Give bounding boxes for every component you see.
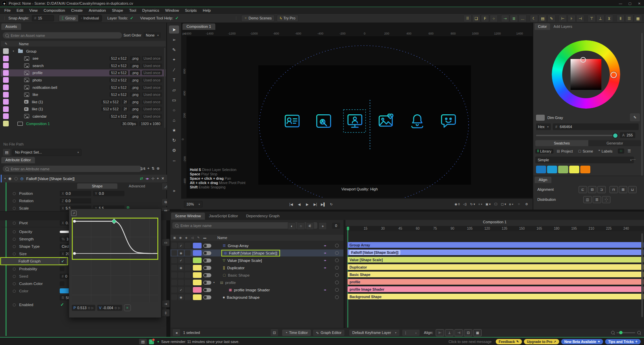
polygon-tool[interactable]: ⌂ — [169, 116, 179, 124]
step-icon[interactable]: ▷ — [118, 306, 120, 309]
render-toggle[interactable] — [203, 258, 211, 263]
align-button-1[interactable]: ⊟ — [588, 186, 596, 193]
menu-file[interactable]: File — [1, 8, 14, 12]
lock-cell[interactable] — [171, 280, 177, 285]
project-set-dropdown[interactable]: No Project Set... ▾ — [12, 149, 82, 156]
keyframe-nav-arrows[interactable]: ◂▸ — [324, 251, 326, 254]
swap-icon[interactable]: ⇄ — [140, 176, 143, 181]
settings-gear-icon[interactable]: ⚙ — [523, 201, 530, 207]
solo-cell[interactable] — [185, 287, 191, 293]
chip-upgrade-to-pro[interactable]: Upgrade to Pro↗ — [524, 339, 559, 344]
keyframe-dot[interactable] — [13, 290, 16, 293]
source-scene[interactable]: ▢Scene — [576, 149, 595, 154]
layers-filter-icon[interactable]: ◐ — [288, 222, 296, 230]
slice-tool[interactable]: ⁄ — [169, 66, 179, 74]
grid-icon[interactable]: ⌗ ▾ — [477, 201, 484, 207]
dots-grid-icon[interactable]: ⠿ — [464, 15, 472, 22]
attr-checkbox[interactable] — [60, 281, 64, 286]
align-middle-icon[interactable]: ⊥ — [596, 15, 604, 22]
layer-circle-toggle[interactable] — [335, 288, 339, 292]
layer-color-swatch[interactable] — [193, 294, 202, 300]
timeline-track-bar[interactable]: Duplicator — [347, 264, 643, 270]
menu-view[interactable]: View — [26, 8, 41, 12]
tab-add-layers[interactable]: Add Layers — [550, 23, 576, 30]
lock-cell[interactable] — [171, 265, 177, 271]
swatch-chip[interactable] — [580, 166, 590, 173]
layer-circle-toggle[interactable] — [335, 295, 339, 299]
text-tool[interactable]: T — [169, 76, 179, 84]
star-tool[interactable]: ★ — [169, 126, 179, 134]
hex-input[interactable]: #646464 — [553, 123, 639, 130]
graph-v-field[interactable]: V-0.004 ◇▷ — [97, 305, 122, 311]
align-tab[interactable]: Align — [535, 177, 551, 183]
render-toggle[interactable] — [203, 266, 211, 270]
layer-circle-toggle[interactable] — [335, 244, 339, 247]
expand-attrs-icon[interactable]: ⇅ — [152, 166, 155, 171]
viewport-canvas[interactable]: Hold S Direct Layer SelectionSpace Play/… — [186, 36, 533, 198]
direct-select-tool[interactable]: ➢ — [169, 36, 179, 44]
layer-row[interactable]: ✓▽Value [Shape Scale]◂▸ — [170, 257, 343, 264]
tab-scene-window[interactable]: Scene Window — [171, 213, 205, 220]
alpha-slider-knob[interactable] — [612, 133, 618, 138]
solo-cell[interactable] — [185, 272, 191, 278]
timeline-track-bar[interactable]: Group Array — [347, 242, 643, 248]
step-icon[interactable]: ▷ — [92, 306, 94, 309]
tab-color[interactable]: Color — [535, 23, 550, 30]
asset-row[interactable]: photo512 x 512.pngUsed once — [1, 76, 166, 83]
list-view-icon[interactable]: ☰ — [626, 149, 633, 154]
asset-color-swatch[interactable] — [3, 48, 9, 54]
keyframe-dot[interactable] — [13, 230, 16, 233]
alpha-field[interactable]: A255 — [620, 132, 635, 138]
asset-row[interactable]: ▶like (1)512 x 5122f.pngUsed once — [1, 106, 166, 113]
eyedropper-button[interactable]: ✎ — [630, 113, 640, 121]
eyedropper-tool[interactable]: ⌖ — [169, 56, 179, 64]
swatch-chip[interactable] — [547, 166, 557, 173]
layer-color-swatch[interactable] — [193, 250, 202, 256]
asset-row[interactable]: notification-bell512 x 512.pngUsed once — [1, 84, 166, 91]
keyframe-dot[interactable] — [13, 245, 16, 248]
menu-window[interactable]: Window — [162, 8, 182, 12]
image-icon[interactable]: ▣ ▾ — [485, 201, 491, 207]
layer-row[interactable]: ▾▤profile — [170, 279, 343, 286]
timeline-scrollbar[interactable] — [641, 233, 643, 317]
frame-f-icon[interactable]: F — [481, 15, 489, 22]
fit-horizontal-icon[interactable]: ⇥ — [162, 300, 170, 307]
add-layer-button[interactable]: ＋ — [319, 222, 327, 230]
audio-icon[interactable]: ◁) — [462, 201, 468, 207]
close-icon[interactable]: ✕ — [161, 176, 164, 181]
keyframe-layer-dropdown[interactable]: Default Keyframe Layer ▾ — [349, 329, 400, 336]
chevron-down-icon[interactable]: ▾ — [213, 281, 215, 284]
skew-tool[interactable]: ▱ — [169, 86, 179, 94]
swatch-options-icon[interactable]: ⋯ — [632, 157, 636, 162]
dock-icon[interactable]: ⊡ — [270, 329, 278, 336]
graph-editor-button[interactable]: ∿ Graph Editor — [313, 329, 345, 336]
lock-cell[interactable] — [171, 294, 177, 300]
columns-icon[interactable]: ⫴ — [616, 15, 625, 22]
layer-color-swatch[interactable] — [193, 280, 202, 285]
layer-color-swatch[interactable] — [193, 265, 202, 271]
attr-field[interactable]: X0.0 — [60, 191, 91, 196]
menu-composition[interactable]: Composition — [41, 8, 68, 12]
sort-order-control[interactable]: Sort Order None ▾ — [123, 32, 161, 38]
align-right-icon[interactable]: ⊣ — [576, 15, 584, 22]
layer-row[interactable]: ◉⣿Duplicator◂▸ — [170, 264, 343, 271]
keyframe-dot[interactable] — [13, 268, 16, 271]
settings-sliders-icon[interactable]: ⚟ — [306, 222, 314, 230]
solo-circle-icon[interactable] — [14, 177, 18, 180]
collapse-footer-icon[interactable]: ◂ — [172, 329, 180, 336]
render-toggle[interactable] — [203, 251, 211, 255]
timeline-ruler[interactable]: 0153045607590105120135150165180195210225… — [345, 226, 644, 231]
layer-color-swatch[interactable] — [193, 272, 202, 278]
zoom-in-icon[interactable] — [637, 331, 641, 334]
render-toggle[interactable] — [203, 244, 211, 248]
zoom-out-icon[interactable] — [611, 331, 614, 334]
swatch-chip[interactable] — [536, 166, 546, 173]
visibility-cell[interactable]: ✓ — [178, 287, 184, 293]
lock-cell[interactable] — [171, 243, 177, 248]
asset-row[interactable]: calendar512 x 512.pngUsed once — [1, 113, 166, 120]
distribute-button-1[interactable]: ☰ — [593, 196, 601, 203]
focus-icon[interactable]: ⌖ — [157, 176, 159, 181]
rotate-tool[interactable]: ↻ — [169, 136, 179, 144]
time-editor-button[interactable]: ◔ Time Editor — [282, 329, 311, 336]
menu-dynamics[interactable]: Dynamics — [139, 8, 162, 12]
